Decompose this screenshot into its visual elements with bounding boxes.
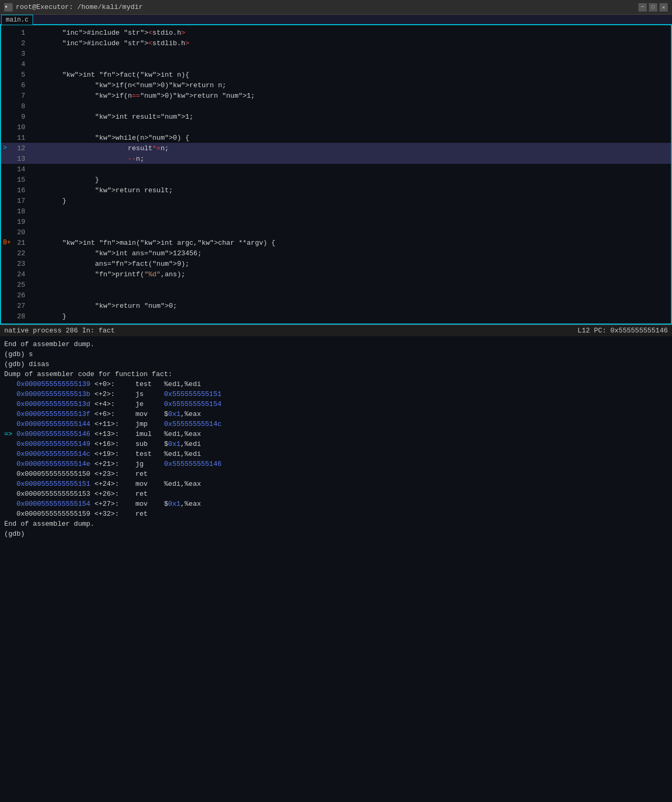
code-line: 25 xyxy=(1,279,671,290)
line-content: "kw">if(n<"num">0)"kw">return n; xyxy=(29,81,669,89)
status-left: native process 286 In: fact xyxy=(4,327,115,335)
title-bar-text: root@Executor: /home/kali/mydir xyxy=(16,3,143,11)
editor-container: main.c 1 "inc">#include "str"><stdio.h>2… xyxy=(0,24,672,325)
terminal-line: 0x000055555555513f <+6>: mov $0x1,%eax xyxy=(4,409,668,419)
code-line: 2 "inc">#include "str"><stdlib.h> xyxy=(1,38,671,48)
terminal-line: => 0x0000555555555146 <+13>: imul %edi,%… xyxy=(4,429,668,439)
line-content: "kw">if(n=="num">0)"kw">return "num">1; xyxy=(29,92,669,100)
line-content: "kw">return result; xyxy=(29,186,669,194)
line-number: 10 xyxy=(14,123,29,131)
terminal-line: 0x000055555555514c <+19>: test %edi,%edi xyxy=(4,449,668,459)
line-content: "inc">#include "str"><stdlib.h> xyxy=(29,39,669,47)
code-line: >12 result*=n; xyxy=(1,143,671,153)
line-number: 14 xyxy=(14,165,29,173)
line-number: 19 xyxy=(14,218,29,226)
line-number: 15 xyxy=(14,176,29,184)
code-line: 15 } xyxy=(1,174,671,185)
code-line: 8 xyxy=(1,101,671,111)
terminal-line: Dump of assembler code for function fact… xyxy=(4,369,668,379)
code-line: 4 xyxy=(1,59,671,69)
editor-tab[interactable]: main.c xyxy=(1,15,33,25)
code-line: 28 } xyxy=(1,311,671,321)
line-content: --n; xyxy=(29,155,669,163)
line-number: 1 xyxy=(14,29,29,37)
terminal-line: 0x0000555555555159 <+32>: ret xyxy=(4,509,668,519)
terminal-line: 0x0000555555555139 <+0>: test %edi,%edi xyxy=(4,379,668,389)
terminal-icon: ▪ xyxy=(4,3,13,12)
terminal-area[interactable]: End of assembler dump.(gdb) s(gdb) disas… xyxy=(0,336,672,802)
code-line: 7 "kw">if(n=="num">0)"kw">return "num">1… xyxy=(1,90,671,101)
title-bar-controls: ─ □ ✕ xyxy=(638,3,668,12)
line-number: 13 xyxy=(14,155,29,163)
line-number: 23 xyxy=(14,260,29,268)
line-content: "kw">while(n>"num">0) { xyxy=(29,134,669,142)
code-line: 17 } xyxy=(1,195,671,206)
status-right: L12 PC: 0x555555555146 xyxy=(577,327,668,335)
line-number: 9 xyxy=(14,113,29,121)
terminal-line: (gdb) disas xyxy=(4,359,668,369)
terminal-line: 0x0000555555555144 <+11>: jmp 0x55555555… xyxy=(4,419,668,429)
line-number: 7 xyxy=(14,92,29,100)
line-content: "kw">return "num">0; xyxy=(29,302,669,310)
minimize-button[interactable]: ─ xyxy=(638,3,647,12)
code-line: 14 xyxy=(1,164,671,174)
code-line: 6 "kw">if(n<"num">0)"kw">return n; xyxy=(1,80,671,90)
code-line: 16 "kw">return result; xyxy=(1,185,671,195)
line-number: 22 xyxy=(14,249,29,257)
terminal-line: 0x000055555555513d <+4>: je 0x5555555551… xyxy=(4,399,668,409)
line-marker: B+ xyxy=(3,239,14,246)
terminal-line: 0x0000555555555154 <+27>: mov $0x1,%eax xyxy=(4,499,668,509)
line-number: 27 xyxy=(14,302,29,310)
line-number: 21 xyxy=(14,239,29,247)
terminal-line: End of assembler dump. xyxy=(4,339,668,349)
terminal-line: 0x0000555555555151 <+24>: mov %edi,%eax xyxy=(4,479,668,489)
line-number: 26 xyxy=(14,291,29,299)
terminal-line: (gdb) xyxy=(4,529,668,539)
code-line: B+21 "kw">int "fn">main("kw">int argc,"k… xyxy=(1,237,671,248)
close-button[interactable]: ✕ xyxy=(659,3,668,12)
code-line: 23 ans="fn">fact("num">9); xyxy=(1,258,671,269)
terminal-line: (gdb) s xyxy=(4,349,668,359)
code-line: 5 "kw">int "fn">fact("kw">int n){ xyxy=(1,69,671,80)
line-marker: > xyxy=(3,144,14,152)
code-line: 20 xyxy=(1,227,671,237)
line-number: 6 xyxy=(14,81,29,89)
terminal-line: End of assembler dump. xyxy=(4,519,668,529)
line-content: "kw">int ans="num">123456; xyxy=(29,249,669,257)
code-line: 9 "kw">int result="num">1; xyxy=(1,111,671,122)
terminal-line: 0x0000555555555149 <+16>: sub $0x1,%edi xyxy=(4,439,668,449)
code-line: 27 "kw">return "num">0; xyxy=(1,300,671,311)
code-line: 24 "fn">printf("%d",ans); xyxy=(1,269,671,279)
line-number: 16 xyxy=(14,186,29,194)
line-content: "kw">int "fn">fact("kw">int n){ xyxy=(29,71,669,79)
line-number: 12 xyxy=(14,144,29,152)
terminal-line: 0x000055555555514e <+21>: jg 0x555555555… xyxy=(4,459,668,469)
line-number: 4 xyxy=(14,60,29,68)
code-line: 13 --n; xyxy=(1,153,671,164)
line-content: "kw">int result="num">1; xyxy=(29,113,669,121)
line-content: ans="fn">fact("num">9); xyxy=(29,260,669,268)
line-number: 25 xyxy=(14,281,29,289)
line-content: "inc">#include "str"><stdio.h> xyxy=(29,29,669,37)
code-line: 26 xyxy=(1,290,671,300)
line-number: 24 xyxy=(14,270,29,278)
maximize-button[interactable]: □ xyxy=(649,3,657,12)
code-line: 19 xyxy=(1,216,671,227)
terminal-line: 0x000055555555513b <+2>: js 0x5555555551… xyxy=(4,389,668,399)
code-line: 1 "inc">#include "str"><stdio.h> xyxy=(1,27,671,38)
line-number: 28 xyxy=(14,313,29,320)
line-content: } xyxy=(29,176,669,184)
line-number: 8 xyxy=(14,102,29,110)
line-number: 20 xyxy=(14,228,29,236)
line-number: 17 xyxy=(14,197,29,205)
terminal-line: 0x0000555555555153 <+26>: ret xyxy=(4,489,668,499)
code-line: 10 xyxy=(1,122,671,132)
line-number: 3 xyxy=(14,50,29,58)
line-content: "kw">int "fn">main("kw">int argc,"kw">ch… xyxy=(29,239,669,247)
title-bar: ▪ root@Executor: /home/kali/mydir ─ □ ✕ xyxy=(0,0,672,15)
line-number: 11 xyxy=(14,134,29,142)
status-bar: native process 286 In: fact L12 PC: 0x55… xyxy=(0,325,672,336)
code-area: 1 "inc">#include "str"><stdio.h>2 "inc">… xyxy=(1,25,671,324)
line-content: } xyxy=(29,197,669,205)
main-container: main.c 1 "inc">#include "str"><stdio.h>2… xyxy=(0,15,672,802)
